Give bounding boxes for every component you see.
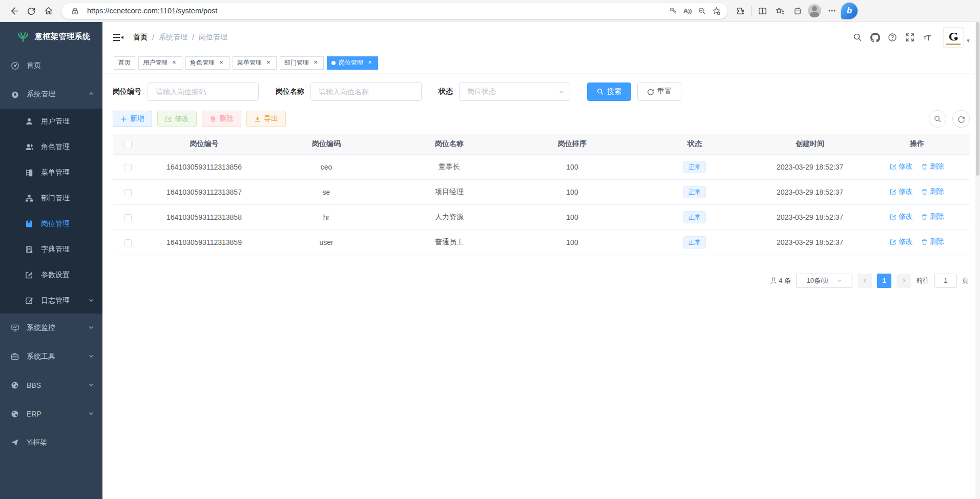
trash-icon	[921, 189, 928, 195]
sidebar-item-post-mgmt[interactable]: 岗位管理	[0, 211, 102, 237]
search-button[interactable]: 搜索	[587, 82, 631, 101]
github-icon[interactable]	[866, 29, 884, 46]
favorites-icon[interactable]	[771, 2, 788, 19]
row-edit-link[interactable]: 修改	[890, 187, 913, 196]
show-search-toggle-button[interactable]	[929, 110, 946, 128]
export-button[interactable]: 导出	[246, 111, 286, 127]
tab-menu-mgmt[interactable]: 菜单管理×	[233, 56, 277, 70]
sidebar-item-system-monitor[interactable]: 系统监控	[0, 314, 102, 342]
row-edit-link[interactable]: 修改	[890, 162, 913, 171]
col-post-name: 岗位名称	[388, 134, 511, 154]
post-badge-icon	[25, 219, 34, 228]
user-avatar[interactable]: Ǥ	[943, 27, 964, 48]
org-tree-icon	[25, 194, 34, 203]
tab-role-mgmt[interactable]: 角色管理×	[185, 56, 230, 70]
sidebar-item-erp[interactable]: ERP	[0, 400, 102, 428]
monitor-icon	[10, 323, 19, 332]
sidebar-item-dict-mgmt[interactable]: 字典管理	[0, 237, 102, 262]
browser-address-bar[interactable]: https://ccnetcore.com:1101/system/post A…	[61, 3, 727, 19]
row-checkbox[interactable]	[124, 164, 132, 171]
sidebar-item-role-mgmt[interactable]: 角色管理	[0, 134, 102, 160]
browser-menu-icon[interactable]	[823, 2, 841, 19]
tab-home[interactable]: 首页	[114, 56, 135, 70]
row-delete-link[interactable]: 删除	[921, 187, 944, 196]
chevron-down-icon	[88, 297, 94, 305]
page-scrollbar[interactable]	[975, 22, 980, 499]
chevron-right-icon	[901, 278, 907, 283]
sidebar-item-param-settings[interactable]: 参数设置	[0, 262, 102, 288]
row-edit-link[interactable]: 修改	[890, 212, 913, 221]
status-badge: 正常	[683, 211, 706, 223]
zoom-out-icon[interactable]	[695, 4, 709, 18]
delete-button[interactable]: 删除	[202, 111, 241, 127]
add-favorite-icon[interactable]	[709, 4, 723, 18]
page-size-select[interactable]: 10条/页	[796, 274, 852, 288]
post-name-input[interactable]	[310, 82, 422, 101]
browser-home-icon[interactable]	[40, 2, 57, 19]
sidebar-item-home[interactable]: 首页	[0, 51, 102, 80]
sidebar-item-log-mgmt[interactable]: 日志管理	[0, 288, 102, 314]
tab-close-icon[interactable]: ×	[312, 59, 319, 67]
tab-close-icon[interactable]: ×	[366, 59, 373, 67]
browser-refresh-icon[interactable]	[23, 2, 40, 19]
system-submenu: 用户管理 角色管理 菜单管理 部门管理	[0, 109, 102, 314]
select-caret-down-icon	[558, 89, 565, 95]
gear-icon	[10, 90, 19, 99]
tab-post-mgmt[interactable]: 岗位管理×	[327, 56, 378, 70]
prev-page-button[interactable]	[858, 274, 872, 288]
post-code-input[interactable]	[148, 82, 259, 101]
avatar-underline	[946, 44, 961, 45]
add-button[interactable]: 新增	[113, 111, 152, 127]
row-edit-link[interactable]: 修改	[890, 237, 913, 246]
breadcrumb-home[interactable]: 首页	[133, 33, 148, 42]
lock-icon[interactable]	[68, 4, 82, 18]
tab-close-icon[interactable]: ×	[218, 59, 225, 67]
url-text[interactable]: https://ccnetcore.com:1101/system/post	[87, 7, 666, 15]
status-select[interactable]: 岗位状态	[459, 82, 570, 101]
row-checkbox[interactable]	[124, 239, 132, 246]
sidebar-item-menu-mgmt[interactable]: 菜单管理	[0, 160, 102, 185]
header-search-icon[interactable]	[849, 29, 866, 46]
goto-page-input[interactable]	[934, 274, 957, 288]
edit-button[interactable]: 修改	[157, 111, 197, 127]
fullscreen-icon[interactable]	[901, 29, 919, 46]
split-screen-icon[interactable]	[754, 2, 771, 19]
row-checkbox[interactable]	[124, 189, 132, 196]
sidebar-item-yi-framework[interactable]: Yi框架	[0, 428, 102, 457]
current-page-button[interactable]: 1	[877, 274, 891, 288]
tab-user-mgmt[interactable]: 用户管理×	[138, 56, 182, 70]
sidebar-item-dept-mgmt[interactable]: 部门管理	[0, 185, 102, 211]
help-icon[interactable]	[884, 29, 901, 46]
tab-dept-mgmt[interactable]: 部门管理×	[280, 56, 324, 70]
avatar-caret-down-icon[interactable]: ▼	[966, 38, 971, 44]
cell-post-name: 董事长	[388, 154, 511, 179]
next-page-button[interactable]	[896, 274, 911, 288]
table-row: 1641030593112313856 ceo 董事长 100 正常 2023-…	[113, 154, 970, 179]
scrollbar-thumb[interactable]	[976, 22, 979, 176]
tab-close-icon[interactable]: ×	[171, 59, 178, 67]
sidebar-item-user-mgmt[interactable]: 用户管理	[0, 109, 102, 134]
browser-profile-avatar[interactable]	[806, 2, 823, 19]
browser-back-icon[interactable]	[5, 2, 23, 19]
browser-essentials-icon[interactable]	[732, 2, 749, 19]
font-size-icon[interactable]: тT	[919, 29, 936, 46]
avatar-logo: Ǥ	[949, 30, 958, 43]
sidebar-item-bbs[interactable]: BBS	[0, 371, 102, 400]
refresh-table-button[interactable]	[952, 110, 970, 128]
tab-close-icon[interactable]: ×	[265, 59, 272, 67]
password-key-icon[interactable]	[666, 4, 680, 18]
select-all-checkbox[interactable]	[124, 141, 132, 148]
row-delete-link[interactable]: 删除	[921, 237, 944, 246]
sidebar-item-system-mgmt[interactable]: 系统管理	[0, 80, 102, 109]
row-checkbox[interactable]	[124, 214, 132, 221]
table-row: 1641030593112313859 user 普通员工 100 正常 202…	[113, 230, 970, 255]
collections-icon[interactable]	[788, 2, 806, 19]
bing-chat-icon[interactable]: b	[841, 2, 858, 19]
read-aloud-icon[interactable]: A))	[680, 4, 695, 18]
reset-button[interactable]: 重置	[637, 82, 681, 101]
row-delete-link[interactable]: 删除	[921, 212, 944, 221]
col-post-id: 岗位编号	[143, 134, 265, 154]
row-delete-link[interactable]: 删除	[921, 162, 944, 171]
sidebar-item-system-tools[interactable]: 系统工具	[0, 342, 102, 371]
sidebar-collapse-icon[interactable]	[113, 32, 124, 43]
